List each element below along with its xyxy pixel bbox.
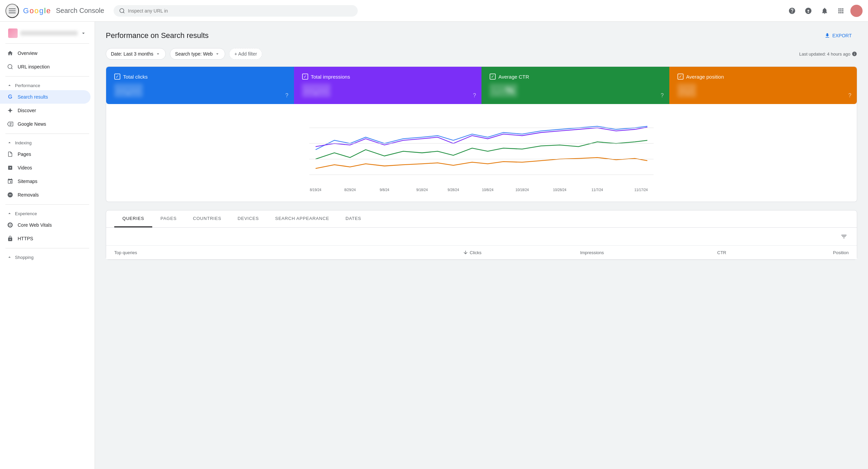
table-filter-button[interactable] — [839, 232, 849, 241]
sidebar-divider-5 — [5, 248, 89, 248]
sidebar-item-url-inspection[interactable]: URL inspection — [0, 60, 91, 74]
apps-icon — [837, 7, 845, 15]
average-ctr-card[interactable]: ✓ Average CTR ·.··% ? — [481, 67, 669, 104]
metrics-wrapper: ✓ Total clicks ···,··· ? ✓ Total impress… — [106, 66, 857, 104]
search-type-label: Search type: Web — [175, 51, 213, 57]
tab-countries[interactable]: COUNTRIES — [185, 210, 230, 227]
sidebar-item-discover[interactable]: Discover — [0, 104, 91, 117]
tab-queries[interactable]: QUERIES — [114, 210, 152, 227]
col-clicks[interactable]: Clicks — [359, 250, 481, 255]
svg-text:8/19/24: 8/19/24 — [310, 188, 321, 192]
home-icon — [7, 50, 14, 57]
col-ctr: CTR — [604, 250, 726, 255]
person-icon — [805, 7, 812, 15]
removals-icon — [7, 191, 14, 198]
news-icon — [7, 121, 14, 127]
metric-value: ··.· — [677, 84, 696, 97]
metric-label: Total clicks — [123, 74, 148, 80]
metric-header: ✓ Average position — [677, 74, 849, 80]
svg-text:10/28/24: 10/28/24 — [553, 188, 567, 192]
menu-button[interactable] — [5, 4, 19, 18]
col-query: Top queries — [114, 250, 359, 255]
svg-text:8/29/24: 8/29/24 — [344, 188, 356, 192]
download-icon — [824, 33, 830, 39]
metric-header: ✓ Average CTR — [490, 74, 661, 80]
url-search-icon — [7, 63, 14, 70]
help-icon[interactable]: ? — [848, 93, 851, 99]
property-selector[interactable] — [3, 26, 92, 41]
sidebar-item-overview[interactable]: Overview — [0, 46, 91, 60]
search-type-filter[interactable]: Search type: Web — [170, 48, 225, 60]
layout: Overview URL inspection Performance G Se… — [0, 22, 868, 469]
main-content: Performance on Search results EXPORT Dat… — [95, 22, 868, 469]
indexing-section-header[interactable]: Indexing — [0, 137, 95, 147]
col-query-label: Top queries — [114, 250, 137, 255]
sitemap-icon — [7, 178, 14, 185]
dropdown-icon — [155, 51, 161, 57]
help-icon[interactable]: ? — [473, 93, 476, 99]
info-icon — [852, 51, 857, 57]
sidebar-item-https[interactable]: HTTPS — [0, 232, 91, 245]
help-button[interactable] — [785, 4, 799, 18]
sidebar-item-videos[interactable]: Videos — [0, 161, 91, 175]
tabs-section: QUERIES PAGES COUNTRIES DEVICES SEARCH A… — [106, 210, 857, 260]
export-button[interactable]: EXPORT — [819, 30, 857, 41]
date-filter[interactable]: Date: Last 3 months — [106, 48, 166, 60]
last-updated: Last updated: 4 hours ago — [799, 51, 857, 57]
sidebar-item-google-news[interactable]: Google News — [0, 117, 91, 131]
dropdown-icon — [215, 51, 220, 57]
add-filter-label: + Add filter — [234, 51, 257, 57]
app-title: Search Console — [56, 7, 104, 15]
tab-search-appearance[interactable]: SEARCH APPEARANCE — [267, 210, 337, 227]
notifications-button[interactable] — [818, 4, 831, 18]
tab-dates[interactable]: DATES — [337, 210, 369, 227]
date-filter-label: Date: Last 3 months — [111, 51, 153, 57]
tab-pages[interactable]: PAGES — [152, 210, 185, 227]
performance-section-header[interactable]: Performance — [0, 79, 95, 90]
add-filter-button[interactable]: + Add filter — [229, 48, 262, 60]
metric-checkbox: ✓ — [302, 74, 308, 80]
avatar[interactable] — [850, 5, 863, 17]
experience-section-header[interactable]: Experience — [0, 207, 95, 218]
property-name — [20, 31, 78, 36]
sidebar-item-core-web-vitals[interactable]: Core Web Vitals — [0, 218, 91, 232]
sidebar-item-removals[interactable]: Removals — [0, 188, 91, 202]
apps-button[interactable] — [834, 4, 848, 18]
collapse-icon — [7, 83, 12, 88]
total-clicks-card[interactable]: ✓ Total clicks ···,··· ? — [106, 67, 294, 104]
metric-value: ···,··· — [114, 84, 143, 97]
sidebar-divider — [5, 43, 89, 44]
sidebar-item-label: Core Web Vitals — [18, 222, 52, 228]
metric-checkbox: ✓ — [677, 74, 684, 80]
metric-value: ···,··· — [302, 84, 331, 97]
help-icon[interactable]: ? — [285, 93, 289, 99]
performance-chart: 8/19/24 8/29/24 9/8/24 9/18/24 9/28/24 1… — [114, 112, 849, 193]
sidebar-item-sitemaps[interactable]: Sitemaps — [0, 175, 91, 188]
tab-devices[interactable]: DEVICES — [230, 210, 267, 227]
sidebar-item-pages[interactable]: Pages — [0, 147, 91, 161]
lock-icon — [7, 235, 14, 242]
col-position: Position — [726, 250, 849, 255]
sidebar-item-search-results[interactable]: G Search results — [0, 90, 91, 104]
section-label: Experience — [15, 211, 37, 216]
page-title: Performance on Search results — [106, 31, 209, 40]
sidebar-item-label: Overview — [18, 50, 37, 56]
sidebar-divider-4 — [5, 204, 89, 205]
svg-text:10/18/24: 10/18/24 — [515, 188, 529, 192]
tabs-toolbar — [106, 228, 857, 246]
sidebar-item-label: Pages — [18, 151, 31, 157]
bell-icon — [821, 7, 828, 15]
collapse-icon — [7, 140, 12, 145]
filters-bar: Date: Last 3 months Search type: Web + A… — [106, 48, 857, 60]
url-inspection-input[interactable] — [128, 8, 352, 14]
col-position-label: Position — [833, 250, 849, 255]
search-bar — [114, 5, 358, 17]
col-impressions: Impressions — [481, 250, 604, 255]
account-button[interactable] — [802, 4, 815, 18]
shopping-section-header[interactable]: Shopping — [0, 251, 95, 262]
tabs-header: QUERIES PAGES COUNTRIES DEVICES SEARCH A… — [106, 210, 857, 228]
help-icon[interactable]: ? — [661, 93, 664, 99]
total-impressions-card[interactable]: ✓ Total impressions ···,··· ? — [294, 67, 482, 104]
section-label: Shopping — [15, 255, 34, 260]
average-position-card[interactable]: ✓ Average position ··.· ? — [669, 67, 857, 104]
